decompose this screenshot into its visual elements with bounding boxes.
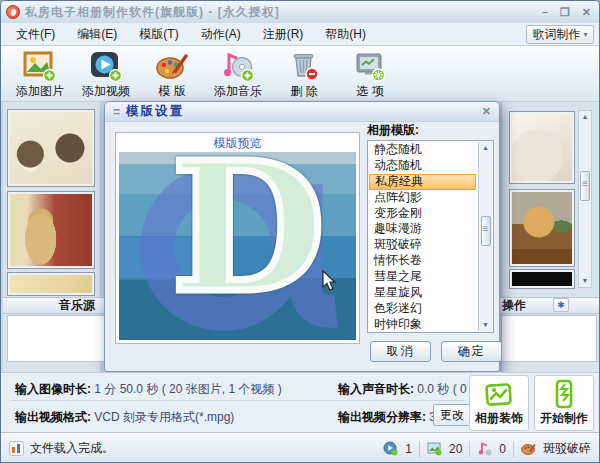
app-logo-icon [6, 5, 20, 19]
lyrics-maker-button[interactable]: 歌词制作 ▾ [526, 25, 594, 44]
change-resolution-button[interactable]: 更改 [433, 404, 471, 426]
status-separator [513, 441, 514, 457]
menu-item-register[interactable]: 注册(R) [252, 23, 315, 46]
window-title: 私房电子相册制作软件(旗舰版) - [永久授权] [25, 4, 280, 21]
minimize-button[interactable]: – [542, 7, 548, 18]
status-counters: 1 20 0 斑驳破碎 [383, 440, 591, 457]
info-divider [11, 400, 464, 401]
input-image-duration: 输入图像时长: 1 分 50.0 秒 ( 20 张图片, 1 个视频 ) [15, 381, 282, 398]
status-separator [419, 441, 420, 457]
action-header-label: 操作 [502, 297, 526, 314]
asterisk-icon: ✱ [557, 300, 565, 310]
scroll-up-icon[interactable]: ▲ [582, 111, 589, 123]
add-image-label: 添加图片 [16, 83, 64, 100]
preview-header: 模版预览 [116, 133, 359, 150]
menu-item-edit[interactable]: 编辑(E) [66, 23, 128, 46]
template-list-item[interactable]: 星星旋风 [369, 285, 476, 301]
music-source-header: 音乐源 [3, 297, 104, 314]
album-decorate-icon [484, 379, 514, 409]
template-listbox: 静态随机 动态随机 私房经典 点阵幻影 变形金刚 趣味漫游 斑驳破碎 情怀长卷 … [367, 140, 494, 333]
toolbar: 添加图片 添加视频 模 版 [1, 46, 599, 102]
add-video-button[interactable]: 添加视频 [73, 48, 139, 101]
change-label: 更改 [440, 407, 464, 424]
close-button[interactable]: ✕ [582, 7, 591, 18]
ok-label: 确定 [458, 343, 486, 360]
add-video-label: 添加视频 [82, 83, 130, 100]
add-music-button[interactable]: 添加音乐 [205, 48, 271, 101]
add-image-icon [23, 49, 57, 83]
current-template-name: 斑驳破碎 [543, 440, 591, 457]
template-preview-image: D [119, 152, 356, 340]
template-list-item-selected[interactable]: 私房经典 [369, 174, 476, 190]
palette-icon [155, 49, 189, 83]
ok-button[interactable]: 确定 [441, 341, 502, 362]
lyrics-maker-label: 歌词制作 [532, 26, 580, 43]
start-make-label: 开始制作 [540, 410, 588, 427]
template-list-item[interactable]: 趣味漫游 [369, 221, 476, 237]
template-list-item[interactable]: 变形金刚 [369, 206, 476, 222]
menu-item-file[interactable]: 文件(F) [5, 23, 66, 46]
photo-thumbnail-chow-puppy[interactable] [509, 189, 575, 267]
options-button[interactable]: 选 项 [337, 48, 403, 101]
photo-thumbnail-white-dog[interactable] [509, 111, 575, 184]
menu-bar: 文件(F) 编辑(E) 模版(T) 动作(A) 注册(R) 帮助(H) 歌词制作… [1, 23, 599, 46]
delete-button[interactable]: 删 除 [271, 48, 337, 101]
maximize-button[interactable]: ❐ [560, 7, 570, 18]
output-video-format: 输出视频格式: VCD 刻录专用格式(*.mpg) [15, 409, 234, 426]
template-button[interactable]: 模 版 [139, 48, 205, 101]
template-list-item[interactable]: 时钟印象 [369, 317, 476, 333]
mouse-cursor-icon [321, 270, 337, 292]
music-source-list[interactable] [7, 315, 104, 362]
app-window: 私房电子相册制作软件(旗舰版) - [永久授权] – ❐ ✕ 文件(F) 编辑(… [0, 0, 600, 463]
image-count-icon [427, 441, 442, 456]
add-music-icon [221, 49, 255, 83]
scrollbar-thumb[interactable] [580, 171, 590, 201]
trash-icon [287, 49, 321, 83]
music-source-header-label: 音乐源 [59, 297, 95, 314]
template-preview-panel: 模版预览 D [115, 132, 360, 344]
menu-item-action[interactable]: 动作(A) [190, 23, 252, 46]
scroll-down-icon[interactable]: ▼ [482, 319, 489, 331]
current-template-icon [521, 441, 536, 456]
start-make-button[interactable]: 开始制作 [534, 375, 594, 431]
cancel-button[interactable]: 取消 [370, 341, 431, 362]
photo-thumbnail-partial[interactable] [7, 272, 95, 296]
preview-letter-d: D [171, 152, 325, 326]
status-separator [469, 441, 470, 457]
add-music-label: 添加音乐 [214, 83, 262, 100]
photo-thumbnail-video-black[interactable] [509, 269, 575, 289]
template-label: 模 版 [158, 83, 185, 100]
album-template-label: 相册模版: [367, 122, 419, 139]
template-list-scrollbar[interactable]: ▲ ▼ [478, 142, 492, 331]
title-bar[interactable]: 私房电子相册制作软件(旗舰版) - [永久授权] – ❐ ✕ [1, 1, 599, 23]
template-list-item[interactable]: 斑驳破碎 [369, 237, 476, 253]
photo-thumbnail-puppies[interactable] [7, 109, 95, 187]
template-list-item[interactable]: 情怀长卷 [369, 253, 476, 269]
menu-item-template[interactable]: 模版(T) [128, 23, 189, 46]
template-list-item[interactable]: 静态随机 [369, 142, 476, 158]
action-list[interactable] [501, 315, 597, 362]
status-info-icon [9, 441, 24, 456]
scroll-down-icon[interactable]: ▼ [582, 275, 589, 287]
dialog-close-icon[interactable]: ✕ [482, 105, 491, 118]
image-count: 20 [449, 442, 462, 456]
options-icon [353, 49, 387, 83]
video-count-icon [383, 441, 398, 456]
photo-strip-scrollbar[interactable]: ▲ ▼ [578, 110, 592, 288]
delete-label: 删 除 [290, 83, 317, 100]
video-count: 1 [405, 442, 412, 456]
scrollbar-thumb[interactable] [481, 216, 491, 246]
album-decorate-button[interactable]: 相册装饰 [469, 375, 529, 431]
action-header-tool-button[interactable]: ✱ [553, 298, 569, 312]
template-list-item[interactable]: 点阵幻影 [369, 190, 476, 206]
scroll-up-icon[interactable]: ▲ [482, 142, 489, 154]
options-label: 选 项 [356, 83, 383, 100]
template-list-item[interactable]: 色彩迷幻 [369, 301, 476, 317]
info-bar: 输入图像时长: 1 分 50.0 秒 ( 20 张图片, 1 个视频 ) 输入声… [1, 372, 599, 432]
dialog-title-bar[interactable]: = 模版设置 ✕ [105, 102, 499, 122]
photo-thumbnail-labrador[interactable] [7, 191, 95, 269]
add-image-button[interactable]: 添加图片 [7, 48, 73, 101]
template-list-item[interactable]: 彗星之尾 [369, 269, 476, 285]
template-list-item[interactable]: 动态随机 [369, 158, 476, 174]
menu-item-help[interactable]: 帮助(H) [314, 23, 377, 46]
